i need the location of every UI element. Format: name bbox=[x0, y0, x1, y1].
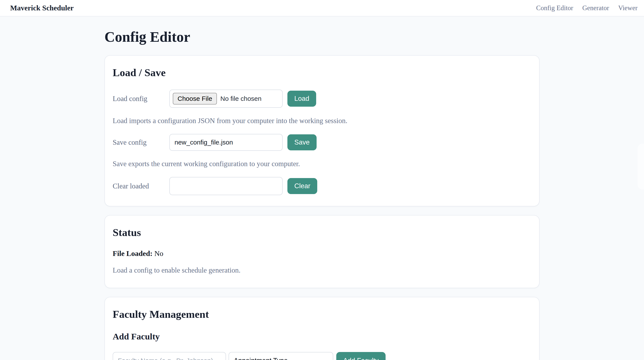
load-save-card: Load / Save Load config Choose File No f… bbox=[104, 55, 540, 206]
nav-link-viewer[interactable]: Viewer bbox=[618, 4, 638, 12]
file-loaded-value: No bbox=[154, 249, 164, 257]
save-config-row: Save config Save bbox=[113, 134, 531, 151]
app-brand: Maverick Scheduler bbox=[10, 4, 74, 12]
add-faculty-subheading: Add Faculty bbox=[113, 331, 531, 341]
load-config-row: Load config Choose File No file chosen L… bbox=[113, 90, 531, 108]
faculty-management-heading: Faculty Management bbox=[113, 308, 531, 320]
main-content: Config Editor Load / Save Load config Ch… bbox=[104, 29, 540, 360]
load-button[interactable]: Load bbox=[288, 91, 316, 107]
file-chosen-text: No file chosen bbox=[220, 95, 262, 102]
load-config-label: Load config bbox=[113, 95, 169, 103]
top-navbar: Maverick Scheduler Config Editor Generat… bbox=[0, 0, 644, 17]
status-help-text: Load a config to enable schedule generat… bbox=[113, 266, 531, 274]
appointment-type-value: Appointment Type bbox=[234, 357, 288, 360]
faculty-name-input[interactable] bbox=[113, 352, 226, 360]
scrollbar-thumb[interactable] bbox=[638, 144, 644, 190]
load-save-heading: Load / Save bbox=[113, 66, 531, 79]
file-loaded-label: File Loaded: bbox=[113, 249, 152, 257]
file-loaded-line: File Loaded: No bbox=[113, 249, 531, 258]
page-title: Config Editor bbox=[104, 29, 540, 45]
add-faculty-row: Appointment Type Add Faculty bbox=[113, 352, 531, 360]
file-input[interactable]: Choose File No file chosen bbox=[169, 90, 283, 108]
clear-button[interactable]: Clear bbox=[288, 178, 317, 194]
nav-links: Config Editor Generator Viewer bbox=[536, 4, 638, 12]
faculty-management-card: Faculty Management Add Faculty Appointme… bbox=[104, 297, 540, 360]
load-help-text: Load imports a configuration JSON from y… bbox=[113, 117, 531, 125]
status-heading: Status bbox=[113, 226, 531, 239]
clear-loaded-input[interactable] bbox=[169, 177, 283, 195]
save-button[interactable]: Save bbox=[288, 134, 316, 150]
nav-link-config-editor[interactable]: Config Editor bbox=[536, 4, 573, 12]
status-card: Status File Loaded: No Load a config to … bbox=[104, 215, 540, 288]
save-help-text: Save exports the current working configu… bbox=[113, 160, 531, 168]
appointment-type-select[interactable]: Appointment Type bbox=[228, 352, 333, 360]
save-config-label: Save config bbox=[113, 138, 169, 146]
choose-file-button[interactable]: Choose File bbox=[173, 93, 217, 105]
save-filename-input[interactable] bbox=[169, 134, 283, 151]
clear-loaded-label: Clear loaded bbox=[113, 182, 169, 190]
nav-link-generator[interactable]: Generator bbox=[582, 4, 609, 12]
clear-loaded-row: Clear loaded Clear bbox=[113, 177, 531, 195]
add-faculty-button[interactable]: Add Faculty bbox=[336, 352, 386, 360]
